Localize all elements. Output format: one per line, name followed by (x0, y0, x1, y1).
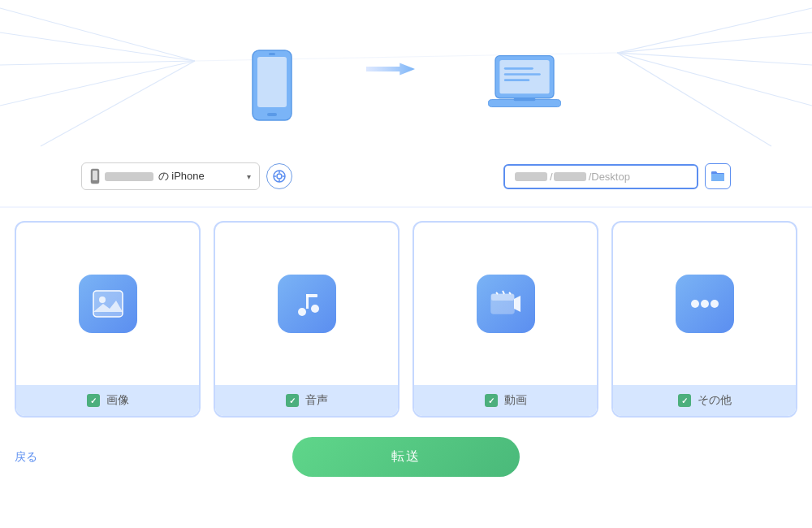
back-button[interactable]: 戻る (15, 450, 37, 465)
svg-rect-22 (514, 98, 536, 102)
phone-small-icon (90, 168, 100, 184)
svg-point-35 (99, 296, 106, 303)
svg-line-44 (496, 292, 498, 294)
svg-rect-19 (504, 73, 541, 76)
checkbox-other[interactable]: ✓ (678, 394, 691, 407)
checkbox-video[interactable]: ✓ (485, 394, 498, 407)
photo-icon (92, 289, 124, 318)
svg-line-46 (509, 292, 511, 294)
svg-point-38 (311, 305, 319, 313)
checkbox-audio[interactable]: ✓ (286, 394, 299, 407)
divider (0, 206, 812, 208)
transfer-arrow (366, 57, 415, 81)
card-icon-video (477, 275, 535, 333)
card-body-video (414, 223, 597, 385)
card-icon-audio (278, 275, 336, 333)
svg-rect-25 (94, 181, 97, 183)
card-footer-other: ✓ その他 (613, 385, 796, 416)
card-footer-video: ✓ 動画 (414, 385, 597, 416)
svg-rect-20 (504, 79, 530, 81)
music-icon (292, 289, 322, 318)
svg-rect-33 (93, 291, 123, 317)
folder-icon (710, 170, 725, 183)
svg-rect-12 (257, 57, 287, 107)
laptop-icon (488, 53, 561, 118)
svg-point-27 (277, 174, 282, 179)
card-icon-photos (79, 275, 137, 333)
card-other[interactable]: ✓ その他 (611, 221, 797, 418)
card-label-photos: 画像 (106, 393, 129, 408)
phone-icon (251, 49, 293, 122)
svg-rect-18 (504, 67, 533, 70)
svg-point-47 (691, 300, 699, 308)
svg-rect-14 (269, 53, 275, 55)
svg-rect-43 (491, 294, 514, 301)
card-photos[interactable]: ✓ 画像 (15, 221, 201, 418)
svg-rect-32 (711, 174, 724, 181)
dropdown-chevron-icon: ▾ (247, 172, 251, 181)
card-audio[interactable]: ✓ 音声 (214, 221, 400, 418)
svg-point-49 (710, 300, 719, 308)
card-body-audio (215, 223, 398, 385)
checkbox-photos[interactable]: ✓ (87, 394, 100, 407)
transfer-button[interactable]: 転送 (292, 437, 520, 477)
bottom-area: 戻る 転送 (0, 437, 812, 477)
settings-icon (273, 170, 286, 183)
svg-marker-15 (366, 63, 415, 76)
card-footer-photos: ✓ 画像 (16, 385, 199, 416)
svg-point-48 (701, 300, 709, 308)
svg-rect-17 (499, 60, 549, 93)
source-device-text: の iPhone (105, 169, 237, 184)
card-body-other (613, 223, 796, 385)
video-icon (490, 289, 522, 318)
card-footer-audio: ✓ 音声 (215, 385, 398, 416)
cards-section: ✓ 画像 ✓ 音声 (0, 221, 812, 418)
card-label-other: その他 (698, 393, 732, 408)
card-video[interactable]: ✓ 動画 (412, 221, 598, 418)
dots-icon (689, 296, 721, 312)
card-label-video: 動画 (504, 393, 527, 408)
svg-point-37 (298, 308, 306, 316)
svg-marker-42 (514, 296, 520, 312)
device-name-label: の iPhone (158, 170, 205, 182)
svg-rect-13 (267, 113, 277, 116)
card-label-audio: 音声 (305, 393, 328, 408)
card-body-photos (16, 223, 199, 385)
card-icon-other (676, 275, 734, 333)
svg-rect-24 (93, 171, 97, 180)
svg-rect-40 (306, 294, 317, 297)
